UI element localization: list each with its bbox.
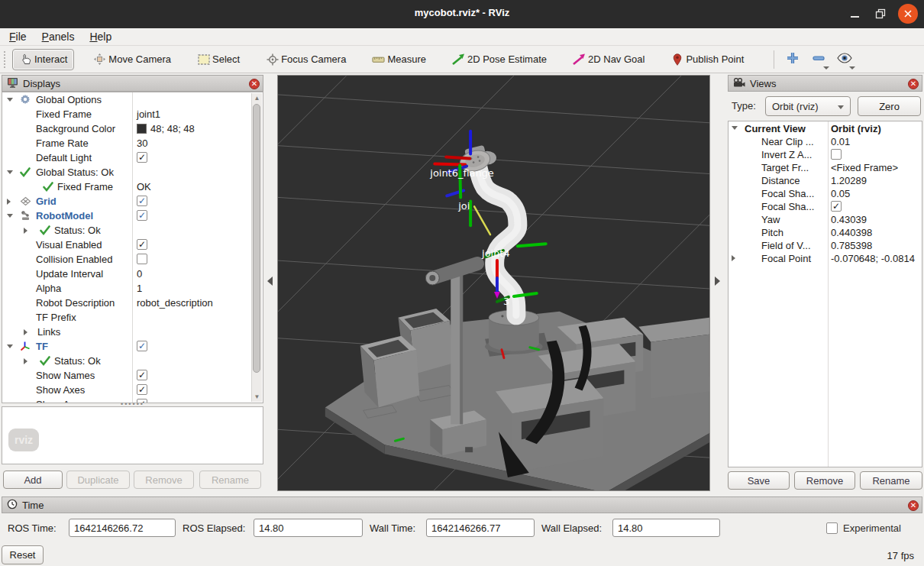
tree-row[interactable]: Yaw0.43039 bbox=[729, 212, 922, 225]
scroll-down-icon[interactable]: ▼ bbox=[252, 393, 262, 400]
time-close-icon[interactable]: ✕ bbox=[908, 500, 919, 511]
tree-row[interactable]: Focal Sha...✓ bbox=[729, 199, 922, 212]
expander-closed-icon[interactable] bbox=[24, 329, 27, 335]
tree-row[interactable]: Invert Z A... bbox=[729, 147, 922, 160]
property-value[interactable]: Orbit (rviz) bbox=[831, 123, 881, 134]
expander-closed-icon[interactable] bbox=[7, 199, 11, 205]
menu-file[interactable]: File bbox=[9, 31, 27, 43]
tree-row[interactable]: Background Color48; 48; 48 bbox=[2, 121, 263, 136]
scroll-thumb[interactable] bbox=[253, 104, 260, 373]
property-value[interactable]: 0.01 bbox=[831, 136, 850, 147]
zero-button[interactable]: Zero bbox=[858, 96, 921, 116]
property-value[interactable]: 0.43039 bbox=[831, 214, 867, 225]
tool-interact[interactable]: Interact bbox=[12, 49, 74, 70]
property-value[interactable]: 48; 48; 48 bbox=[150, 123, 195, 134]
property-value[interactable]: robot_description bbox=[137, 297, 213, 309]
menu-help[interactable]: Help bbox=[89, 31, 111, 43]
tree-row[interactable]: Frame Rate30 bbox=[2, 136, 263, 150]
tree-row[interactable]: Fixed Framejoint1 bbox=[2, 107, 263, 121]
checkbox[interactable]: ✓ bbox=[831, 201, 842, 212]
expander-open-icon[interactable] bbox=[7, 344, 13, 348]
property-value[interactable]: -0.070648; -0.0814 bbox=[831, 253, 915, 264]
checkbox[interactable]: ✓ bbox=[137, 341, 147, 351]
tree-row[interactable]: Field of V...0.785398 bbox=[729, 238, 922, 251]
menu-panels[interactable]: Panels bbox=[42, 31, 75, 43]
tree-row[interactable]: Pitch0.440398 bbox=[729, 225, 922, 238]
rename-button[interactable]: Rename bbox=[860, 471, 922, 490]
scroll-up-icon[interactable]: ▲ bbox=[252, 95, 262, 102]
property-value[interactable]: 0.440398 bbox=[831, 227, 872, 238]
time-header[interactable]: Time ✕ bbox=[2, 496, 922, 513]
tree-row[interactable]: Near Clip ...0.01 bbox=[729, 134, 922, 147]
tool-move-camera[interactable]: Move Camera bbox=[86, 49, 178, 70]
tree-row[interactable]: Update Interval0 bbox=[2, 267, 263, 281]
tree-row[interactable]: Show Names✓ bbox=[2, 368, 263, 383]
tree-row[interactable]: Collision Enabled bbox=[2, 252, 263, 267]
tree-row[interactable]: Global Options bbox=[2, 92, 263, 107]
expander-open-icon[interactable] bbox=[7, 170, 13, 174]
views-header[interactable]: Views ✕ bbox=[728, 75, 922, 92]
tree-row[interactable]: RobotModel✓ bbox=[2, 209, 263, 223]
save-button[interactable]: Save bbox=[728, 471, 790, 490]
tool-focus-camera[interactable]: Focus Camera bbox=[259, 49, 353, 70]
remove-button[interactable]: Remove bbox=[794, 471, 855, 490]
time-field-input[interactable]: 1642146266.77 bbox=[426, 519, 535, 537]
tool-2d-pose-estimate[interactable]: 2D Pose Estimate bbox=[445, 49, 554, 70]
tree-row[interactable]: Visual Enabled✓ bbox=[2, 238, 263, 252]
tree-row[interactable]: Distance1.20289 bbox=[729, 173, 922, 186]
tree-row[interactable]: TF Prefix bbox=[2, 310, 263, 325]
tool-select[interactable]: Select bbox=[190, 49, 247, 70]
checkbox[interactable]: ✓ bbox=[137, 384, 147, 395]
tree-row[interactable]: Alpha1 bbox=[2, 281, 263, 296]
tool-publish-point[interactable]: Publish Point bbox=[664, 49, 751, 70]
minus-button[interactable] bbox=[808, 49, 829, 70]
property-value[interactable]: 1.20289 bbox=[831, 175, 867, 186]
collapse-right-icon[interactable] bbox=[715, 277, 720, 286]
chevron-down-icon[interactable] bbox=[849, 66, 855, 70]
collapse-left-icon[interactable] bbox=[267, 277, 273, 286]
expander-closed-icon[interactable] bbox=[24, 228, 27, 234]
checkbox[interactable] bbox=[137, 254, 147, 264]
expander-open-icon[interactable] bbox=[732, 126, 738, 130]
close-button[interactable] bbox=[898, 4, 918, 24]
reset-button[interactable]: Reset bbox=[2, 545, 44, 564]
tree-row[interactable]: Grid✓ bbox=[2, 194, 263, 209]
property-value[interactable]: 0.05 bbox=[831, 188, 850, 199]
checkbox[interactable]: ✓ bbox=[137, 196, 147, 206]
expander-open-icon[interactable] bbox=[7, 98, 13, 102]
property-value[interactable]: OK bbox=[137, 181, 151, 192]
tree-row[interactable]: Robot Descriptionrobot_description bbox=[2, 296, 263, 310]
experimental-checkbox[interactable] bbox=[826, 522, 838, 534]
tree-row[interactable]: Links bbox=[2, 325, 263, 339]
restore-button[interactable] bbox=[871, 4, 890, 24]
tree-row[interactable]: TF✓ bbox=[2, 339, 263, 354]
plus-button[interactable] bbox=[782, 49, 803, 70]
expander-closed-icon[interactable] bbox=[732, 255, 735, 261]
displays-header[interactable]: Displays ✕ bbox=[2, 75, 263, 92]
tool-measure[interactable]: Measure bbox=[365, 49, 433, 70]
tool-2d-nav-goal[interactable]: 2D Nav Goal bbox=[566, 49, 651, 70]
render-viewport-3d[interactable]: joint6_flange joi joint4 3 bbox=[277, 75, 710, 491]
tree-row[interactable]: Status: Ok bbox=[2, 223, 263, 238]
expander-closed-icon[interactable] bbox=[24, 358, 27, 364]
property-value[interactable]: 1 bbox=[137, 283, 142, 294]
property-value[interactable]: joint1 bbox=[137, 108, 160, 120]
tree-row[interactable]: Status: Ok bbox=[2, 354, 263, 368]
minimize-button[interactable] bbox=[845, 4, 864, 24]
eye-button[interactable] bbox=[834, 49, 855, 70]
tree-row[interactable]: Default Light✓ bbox=[2, 150, 263, 165]
checkbox[interactable]: ✓ bbox=[137, 210, 147, 221]
view-type-combo[interactable]: Orbit (rviz) bbox=[765, 96, 851, 116]
tree-row[interactable]: Fixed FrameOK bbox=[2, 180, 263, 194]
checkbox[interactable] bbox=[831, 149, 842, 160]
checkbox[interactable]: ✓ bbox=[137, 152, 147, 163]
views-close-icon[interactable]: ✕ bbox=[908, 79, 919, 89]
tree-row[interactable]: Focal Point-0.070648; -0.0814 bbox=[729, 251, 922, 264]
checkbox[interactable]: ✓ bbox=[137, 370, 147, 380]
tree-row[interactable]: Focal Sha...0.05 bbox=[729, 186, 922, 199]
checkbox[interactable]: ✓ bbox=[137, 239, 147, 250]
color-swatch[interactable] bbox=[137, 124, 147, 134]
displays-close-icon[interactable]: ✕ bbox=[249, 79, 260, 89]
displays-scrollbar[interactable]: ▲ ▼ bbox=[251, 93, 262, 402]
expander-open-icon[interactable] bbox=[7, 214, 13, 218]
